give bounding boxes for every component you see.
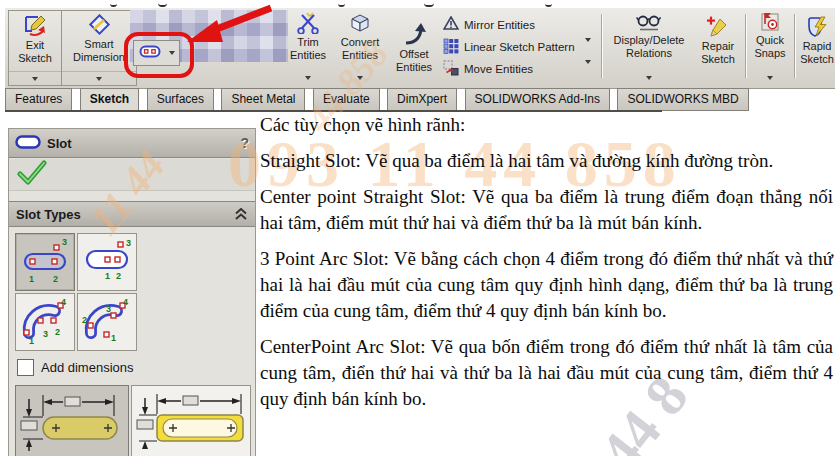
dropdown-arrow-icon (767, 76, 773, 80)
add-dimensions-row: Add dimensions (17, 359, 134, 376)
exit-sketch-button[interactable]: Exit Sketch (8, 10, 62, 86)
dropdown-arrow-icon (32, 77, 38, 81)
smart-dimension-icon (87, 14, 111, 38)
smart-dimension-label: Dimension (73, 51, 125, 64)
panel-header: Slot ? (9, 129, 255, 158)
collapse-chevron-icon[interactable] (234, 208, 248, 220)
paragraph-three-point-arc-slot: 3 Point Arc Slot: Vẽ bằng cách chọn 4 đi… (260, 246, 833, 324)
tab-sketch[interactable]: Sketch (80, 88, 139, 111)
display-delete-relations-label: Display/Delete (614, 34, 685, 47)
mirror-entities-button[interactable]: Mirror Entities (443, 16, 535, 33)
slot-types-title: Slot Types (16, 207, 81, 222)
linear-sketch-pattern-button[interactable]: Linear Sketch Pattern (443, 38, 575, 56)
exit-sketch-dropdown[interactable] (9, 71, 61, 85)
annotation-circle (124, 32, 194, 78)
dropdown-arrow-icon (357, 76, 363, 80)
straight-slot-icon: 1 2 3 (18, 236, 72, 288)
centerpoint-arc-slot-icon: 1 2 3 4 (80, 296, 134, 348)
slot-type-centerpoint-arc-slot-button[interactable]: 1 2 3 4 (77, 293, 137, 351)
convert-entities-label: Convert (341, 36, 380, 49)
toolbar-separator (745, 14, 746, 78)
paragraph-straight-slot: Straight Slot: Vẽ qua ba điểm là hai tâm… (260, 148, 833, 174)
add-dimensions-label: Add dimensions (41, 360, 134, 375)
center-to-center-dimension-icon (19, 390, 125, 452)
toolbar-separator (601, 14, 602, 78)
svg-text:1: 1 (29, 336, 34, 346)
tab-surfaces[interactable]: Surfaces (147, 88, 214, 111)
cropped-text-fragment (110, 0, 117, 7)
move-entities-button[interactable]: Move Entities (443, 60, 533, 78)
ok-button[interactable] (17, 160, 47, 190)
help-button[interactable]: ? (240, 135, 249, 151)
move-entities-icon (443, 60, 459, 78)
commandmanager-tabs: Features Sketch Surfaces Sheet Metal Eva… (5, 88, 752, 111)
linear-sketch-pattern-dropdown[interactable] (585, 42, 591, 60)
smart-dimension-label: Smart (84, 38, 113, 51)
convert-entities-button[interactable]: Convert Entities (333, 12, 387, 84)
offset-entities-button[interactable]: Offset Entities (389, 22, 439, 80)
svg-text:3: 3 (43, 329, 48, 339)
toolbar-separator (794, 14, 795, 78)
trim-entities-button[interactable]: Trim Entities (285, 12, 331, 84)
display-delete-relations-button[interactable]: Display/Delete Relations (605, 12, 693, 84)
panel-title: Slot (47, 136, 72, 151)
move-entities-dropdown[interactable] (585, 64, 591, 82)
trim-entities-label: Entities (290, 49, 326, 62)
svg-text:3: 3 (106, 304, 111, 314)
three-point-arc-slot-icon: 1 2 3 4 (18, 296, 72, 348)
cropped-text-fragment (545, 0, 552, 7)
quick-snaps-button[interactable]: Quick Snaps (749, 12, 791, 84)
offset-entities-label: Offset (399, 48, 428, 61)
convert-entities-label: Entities (342, 49, 378, 62)
rapid-sketch-button[interactable]: Rapid Sketch (797, 16, 835, 78)
convert-entities-dropdown[interactable] (333, 71, 387, 84)
sketch-toolbar: Exit Sketch Smart Dimension (5, 8, 835, 89)
slot-icon (15, 135, 41, 152)
tab-features[interactable]: Features (5, 88, 72, 111)
slot-type-centerpoint-straight-slot-button[interactable]: 1 2 3 (77, 233, 137, 291)
slot-type-three-point-arc-slot-button[interactable]: 1 2 3 4 (15, 293, 75, 351)
repair-sketch-label: Sketch (701, 53, 735, 66)
svg-text:1: 1 (111, 333, 116, 343)
dropdown-arrow-icon (585, 60, 591, 81)
dropdown-arrow-icon (96, 77, 102, 81)
svg-text:1: 1 (105, 271, 110, 281)
exit-sketch-label: Exit (26, 39, 44, 52)
trim-entities-label: Trim (297, 36, 319, 49)
repair-sketch-button[interactable]: Repair Sketch (695, 16, 741, 78)
dropdown-arrow-icon (646, 76, 652, 80)
paragraph-intro: Các tùy chọn vẽ hình rãnh: (260, 112, 833, 138)
add-dimensions-checkbox[interactable] (17, 359, 34, 376)
tab-solidworks-mbd[interactable]: SOLIDWORKS MBD (617, 88, 748, 111)
repair-sketch-label: Repair (702, 40, 734, 53)
trim-entities-dropdown[interactable] (285, 71, 331, 84)
cropped-text-fragment (158, 0, 167, 7)
dropdown-arrow-icon (305, 76, 311, 80)
dimension-style-center-to-center-button[interactable] (15, 385, 129, 456)
linear-sketch-pattern-label: Linear Sketch Pattern (464, 41, 575, 53)
slot-type-straight-slot-button[interactable]: 1 2 3 (15, 233, 75, 291)
mirror-entities-icon (443, 16, 459, 33)
trim-entities-icon (296, 12, 320, 36)
quick-snaps-label: Snaps (754, 47, 785, 60)
display-delete-relations-label: Relations (626, 47, 672, 60)
slot-types-group-header[interactable]: Slot Types (9, 201, 255, 227)
svg-text:2: 2 (82, 315, 87, 325)
svg-text:2: 2 (55, 327, 60, 337)
repair-sketch-icon (707, 16, 729, 40)
paragraph-centerpoint-arc-slot: CenterPoint Arc Slot: Vẽ qua bốn điểm tr… (260, 334, 833, 412)
quick-snaps-dropdown[interactable] (749, 71, 791, 84)
smart-dimension-dropdown[interactable] (62, 71, 136, 85)
tab-sheet-metal[interactable]: Sheet Metal (221, 88, 305, 111)
tab-evaluate[interactable]: Evaluate (313, 88, 380, 111)
convert-entities-icon (348, 12, 372, 36)
panel-actions-row (9, 159, 255, 191)
dropdown-arrow-icon (585, 38, 591, 59)
display-delete-relations-icon (636, 12, 662, 34)
svg-text:2: 2 (116, 271, 121, 281)
tab-solidworks-add-ins[interactable]: SOLIDWORKS Add-Ins (465, 88, 610, 111)
dimension-style-overall-length-button[interactable] (131, 385, 251, 456)
quick-snaps-icon (760, 12, 780, 34)
tab-dimxpert[interactable]: DimXpert (387, 88, 457, 111)
display-delete-relations-dropdown[interactable] (605, 71, 693, 84)
